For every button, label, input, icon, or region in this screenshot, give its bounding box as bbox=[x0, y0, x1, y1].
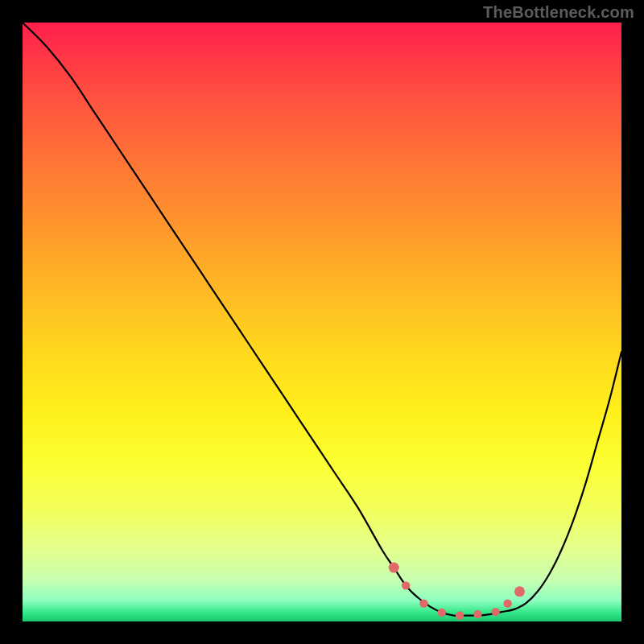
bottleneck-curve-line bbox=[23, 23, 621, 616]
optimal-marker bbox=[419, 599, 427, 607]
optimal-marker bbox=[438, 609, 446, 617]
optimal-marker bbox=[503, 599, 511, 607]
plot-area bbox=[23, 23, 621, 621]
optimal-marker bbox=[514, 586, 525, 597]
chart-svg bbox=[23, 23, 621, 621]
optimal-marker bbox=[473, 610, 481, 618]
optimal-marker bbox=[389, 563, 399, 573]
optimal-marker bbox=[456, 611, 464, 619]
optimal-marker bbox=[402, 581, 410, 589]
optimal-marker bbox=[492, 608, 500, 616]
watermark-label: TheBottleneck.com bbox=[483, 3, 634, 22]
chart-frame: TheBottleneck.com bbox=[0, 0, 644, 644]
